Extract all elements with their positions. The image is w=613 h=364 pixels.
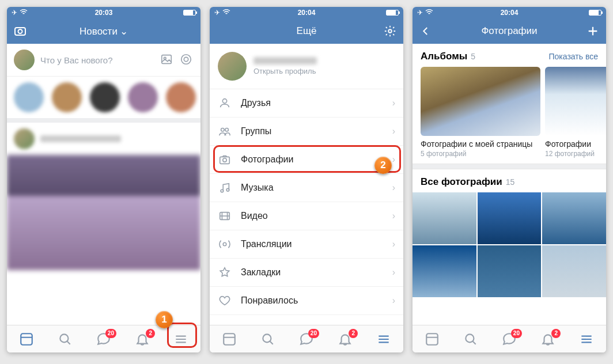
tab-messages[interactable]: 20 <box>298 331 315 347</box>
svg-rect-6 <box>21 333 32 345</box>
tab-search[interactable] <box>260 331 276 347</box>
menu-friends[interactable]: Друзья › <box>210 89 403 117</box>
tabbar: 20 2 <box>7 325 200 352</box>
avatar[interactable] <box>14 50 35 70</box>
album-title: Фотографии с моей страницы <box>421 139 540 149</box>
more-content: Открыть профиль Друзья › Группы › Фотогр… <box>210 44 403 325</box>
chevron-right-icon: › <box>392 295 395 306</box>
tab-feed[interactable] <box>221 331 237 347</box>
show-all-link[interactable]: Показать все <box>549 52 598 61</box>
menu-photos[interactable]: Фотографии › <box>210 146 403 174</box>
svg-point-25 <box>223 242 226 246</box>
photo-thumb[interactable] <box>478 245 542 297</box>
menu-likes[interactable]: Понравилось › <box>210 287 403 315</box>
badge: 20 <box>105 329 116 338</box>
gear-icon[interactable] <box>383 24 398 39</box>
profile-row[interactable]: Открыть профиль <box>210 44 403 89</box>
tab-search[interactable] <box>463 331 479 347</box>
chevron-right-icon: › <box>392 154 395 165</box>
tab-feed[interactable] <box>424 331 440 347</box>
photo-icon[interactable] <box>160 53 174 67</box>
avatar[interactable] <box>14 128 35 149</box>
album-title: Фотографии <box>545 139 606 149</box>
badge: 2 <box>146 329 155 338</box>
svg-rect-26 <box>224 333 235 345</box>
camera-icon <box>218 153 232 166</box>
story-item[interactable] <box>90 82 120 112</box>
tab-messages[interactable]: 20 <box>501 331 517 347</box>
album-cover[interactable] <box>545 67 606 136</box>
svg-point-5 <box>184 57 188 61</box>
album-item[interactable]: Фотографии с моей страницы 5 фотографий <box>421 67 540 158</box>
live-icon[interactable] <box>180 53 194 67</box>
airplane-icon: ✈ <box>214 9 220 17</box>
photo-thumb[interactable] <box>413 245 476 297</box>
screen-photos: ✈ 20:04 Фотографии Альбомы 5 Показать вс… <box>413 7 606 352</box>
profile-sub: Открыть профиль <box>253 67 317 75</box>
page-title[interactable]: Новости⌄ <box>80 25 128 37</box>
avatar[interactable] <box>218 52 247 81</box>
tab-messages[interactable]: 20 <box>96 331 112 347</box>
svg-rect-35 <box>426 333 438 345</box>
photo-thumb[interactable] <box>413 192 476 244</box>
tab-feed[interactable] <box>18 331 35 347</box>
battery-icon <box>589 10 601 16</box>
stories-row[interactable] <box>7 77 200 123</box>
navbar: Новости⌄ <box>7 18 200 44</box>
heart-icon <box>218 294 232 308</box>
svg-point-1 <box>18 29 22 33</box>
photo-thumb[interactable] <box>542 192 606 244</box>
divider <box>413 164 606 169</box>
svg-point-16 <box>225 128 229 132</box>
story-item[interactable] <box>128 82 158 112</box>
menu-live[interactable]: Трансляции › <box>210 230 403 259</box>
menu-groups[interactable]: Группы › <box>210 117 403 146</box>
albums-header: Альбомы 5 Показать все <box>413 44 606 67</box>
svg-line-29 <box>270 341 273 344</box>
tab-more[interactable] <box>376 331 392 347</box>
post-image[interactable] <box>7 155 200 270</box>
tabbar: 20 2 <box>413 325 606 352</box>
menu-list: Друзья › Группы › Фотографии › Музыка › … <box>210 89 403 315</box>
chevron-down-icon: ⌄ <box>120 26 128 37</box>
music-icon <box>218 181 232 195</box>
menu-video[interactable]: Видео › <box>210 202 403 230</box>
svg-line-38 <box>472 341 475 344</box>
status-bar: ✈ 20:04 <box>210 7 403 18</box>
svg-rect-2 <box>162 55 172 64</box>
broadcast-icon <box>218 237 232 251</box>
album-cover[interactable] <box>421 67 540 136</box>
photo-thumb[interactable] <box>542 245 606 297</box>
albums-title: Альбомы <box>421 51 467 62</box>
albums-row[interactable]: Фотографии с моей страницы 5 фотографий … <box>413 67 606 164</box>
composer-input[interactable]: Что у Вас нового? <box>40 55 154 65</box>
composer[interactable]: Что у Вас нового? <box>7 44 200 77</box>
tab-notifications[interactable]: 2 <box>337 331 353 347</box>
feed-content: Что у Вас нового? <box>7 44 200 325</box>
post-header[interactable] <box>7 123 200 155</box>
video-icon <box>218 209 232 223</box>
tab-more[interactable] <box>578 331 595 347</box>
svg-point-13 <box>388 29 392 33</box>
story-item[interactable] <box>14 82 44 112</box>
tab-notifications[interactable]: 2 <box>134 331 150 347</box>
menu-bookmarks[interactable]: Закладки › <box>210 259 403 287</box>
screen-news: ✈ 20:03 Новости⌄ Что у Вас нового? <box>7 7 200 352</box>
tab-notifications[interactable]: 2 <box>540 331 556 347</box>
profile-name <box>253 57 317 65</box>
camera-icon[interactable] <box>13 24 28 39</box>
photo-thumb[interactable] <box>478 192 542 244</box>
back-icon[interactable] <box>418 24 433 39</box>
album-item[interactable]: Фотографии 12 фотографий <box>545 67 606 158</box>
menu-music[interactable]: Музыка › <box>210 174 403 202</box>
chevron-right-icon: › <box>392 239 395 249</box>
tab-search[interactable] <box>57 331 73 347</box>
page-title: Ещё <box>297 25 317 37</box>
plus-icon[interactable] <box>585 24 600 39</box>
navbar: Ещё <box>210 18 403 44</box>
story-item[interactable] <box>52 82 82 112</box>
callout-2: 2 <box>374 157 392 174</box>
story-item[interactable] <box>166 82 196 112</box>
badge: 20 <box>308 329 319 338</box>
tab-more[interactable] <box>173 331 189 347</box>
